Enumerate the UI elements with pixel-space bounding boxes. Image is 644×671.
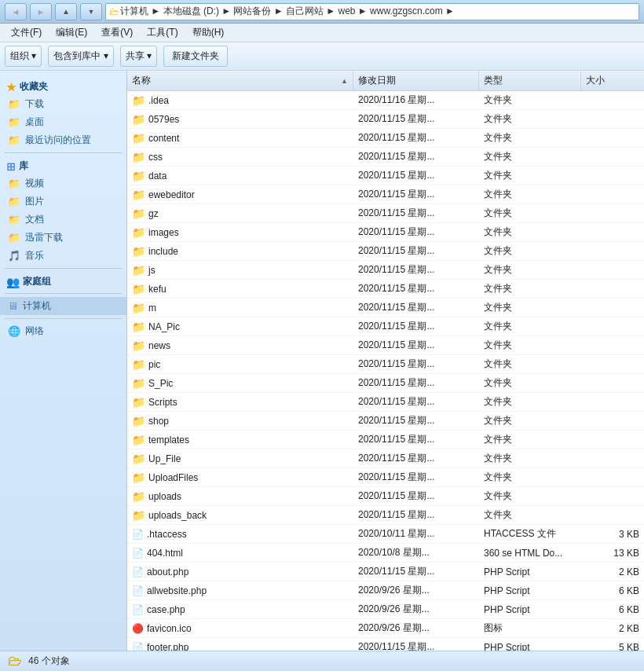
header-size[interactable]: 大小 [581, 71, 644, 90]
sidebar-item-computer[interactable]: 🖥 计算机 [0, 297, 126, 315]
sidebar-item-desktop[interactable]: 📁 桌面 [0, 113, 126, 131]
file-size [581, 431, 644, 449]
file-size [581, 242, 644, 260]
address-bar[interactable]: 🗁 计算机 ► 本地磁盘 (D:) ► 网站备份 ► 自己网站 ► web ► … [105, 3, 639, 20]
file-modified: 2020/11/15 星期... [353, 412, 479, 430]
header-modified[interactable]: 修改日期 [353, 71, 479, 90]
back-button[interactable]: ◄ [5, 3, 27, 20]
table-row[interactable]: 📁templates 2020/11/15 星期... 文件夹 [127, 431, 644, 449]
folder-icon: 📁 [132, 207, 145, 220]
table-row[interactable]: 📁images 2020/11/15 星期... 文件夹 [127, 223, 644, 242]
sidebar-item-recent[interactable]: 📁 最近访问的位置 [0, 131, 126, 149]
table-row[interactable]: 📁uploads_back 2020/11/15 星期... 文件夹 [127, 506, 644, 525]
menu-edit[interactable]: 编辑(E) [49, 24, 93, 41]
homegroup-icon: 👥 [6, 276, 20, 288]
file-size [581, 374, 644, 392]
organize-button[interactable]: 组织 ▾ [5, 46, 42, 67]
menu-tools[interactable]: 工具(T) [141, 24, 184, 41]
file-size [581, 468, 644, 486]
table-row[interactable]: 📁pic 2020/11/15 星期... 文件夹 [127, 355, 644, 374]
homegroup-label: 家庭组 [23, 275, 51, 288]
table-row[interactable]: 📄case.php 2020/9/26 星期... PHP Script 6 K… [127, 600, 644, 619]
folder-icon: 🗁 [109, 6, 119, 17]
computer-icon: 🖥 [8, 300, 18, 312]
table-row[interactable]: 📁css 2020/11/15 星期... 文件夹 [127, 148, 644, 167]
menu-view[interactable]: 查看(V) [95, 24, 139, 41]
folder-icon: 📁 [132, 302, 145, 314]
sidebar-item-video[interactable]: 📁 视频 [0, 174, 126, 192]
homegroup-header: 👥 家庭组 [0, 272, 126, 290]
table-row[interactable]: 🔴favicon.ico 2020/9/26 星期... 图标 2 KB [127, 619, 644, 638]
table-row[interactable]: 📄about.php 2020/11/15 星期... PHP Script 2… [127, 563, 644, 581]
file-name: 📁Scripts [127, 393, 353, 411]
favorites-label: 收藏夹 [20, 80, 48, 94]
table-row[interactable]: 📁ewebeditor 2020/11/15 星期... 文件夹 [127, 185, 644, 204]
table-row[interactable]: 📄.htaccess 2020/10/11 星期... HTACCESS 文件 … [127, 525, 644, 544]
table-row[interactable]: 📁S_Pic 2020/11/15 星期... 文件夹 [127, 374, 644, 393]
include-library-button[interactable]: 包含到库中 ▾ [48, 46, 113, 67]
share-button[interactable]: 共享 ▾ [120, 46, 157, 67]
new-folder-button[interactable]: 新建文件夹 [163, 46, 228, 67]
file-modified: 2020/11/15 星期... [353, 110, 479, 128]
sort-icon: ▲ [341, 77, 348, 85]
folder-icon: 📁 [8, 134, 20, 146]
sidebar-item-music[interactable]: 🎵 音乐 [0, 247, 126, 265]
folder-icon: 📁 [132, 283, 145, 295]
table-row[interactable]: 📁.idea 2020/11/16 星期... 文件夹 [127, 91, 644, 110]
table-row[interactable]: 📁NA_Pic 2020/11/15 星期... 文件夹 [127, 317, 644, 336]
sidebar-item-network[interactable]: 🌐 网络 [0, 322, 126, 340]
file-size [581, 91, 644, 109]
forward-button[interactable]: ► [30, 3, 52, 20]
table-row[interactable]: 📁data 2020/11/15 星期... 文件夹 [127, 167, 644, 185]
table-row[interactable]: 📁m 2020/11/15 星期... 文件夹 [127, 299, 644, 317]
table-row[interactable]: 📁0579es 2020/11/15 星期... 文件夹 [127, 110, 644, 129]
sidebar-item-pictures[interactable]: 📁 图片 [0, 192, 126, 211]
table-row[interactable]: 📄404.html 2020/10/8 星期... 360 se HTML Do… [127, 544, 644, 563]
folder-icon: 📁 [132, 264, 145, 277]
file-size: 2 KB [581, 563, 644, 581]
table-row[interactable]: 📁shop 2020/11/15 星期... 文件夹 [127, 412, 644, 431]
file-modified: 2020/11/15 星期... [353, 299, 479, 317]
folder-icon: 📁 [132, 339, 145, 352]
header-type[interactable]: 类型 [479, 71, 581, 90]
file-name: 📁content [127, 129, 353, 147]
sidebar-item-label: 音乐 [25, 249, 44, 262]
file-type: 文件夹 [479, 167, 581, 185]
menu-help[interactable]: 帮助(H) [186, 24, 231, 41]
sidebar-item-download[interactable]: 📁 下载 [0, 95, 126, 113]
homegroup-section: 👥 家庭组 [0, 272, 126, 290]
table-row[interactable]: 📁js 2020/11/15 星期... 文件夹 [127, 261, 644, 280]
dropdown-button[interactable]: ▼ [80, 3, 102, 20]
menu-file[interactable]: 文件(F) [5, 24, 48, 41]
table-row[interactable]: 📁gz 2020/11/15 星期... 文件夹 [127, 204, 644, 223]
table-row[interactable]: 📁uploads 2020/11/15 星期... 文件夹 [127, 487, 644, 506]
file-size [581, 336, 644, 354]
table-row[interactable]: 📁include 2020/11/15 星期... 文件夹 [127, 242, 644, 261]
table-row[interactable]: 📄footer.php 2020/11/15 星期... PHP Script … [127, 638, 644, 651]
table-row[interactable]: 📁content 2020/11/15 星期... 文件夹 [127, 129, 644, 148]
folder-icon: 📁 [132, 94, 145, 107]
table-row[interactable]: 📁UploadFiles 2020/11/15 星期... 文件夹 [127, 468, 644, 487]
sidebar-item-label: 桌面 [25, 116, 44, 129]
file-modified: 2020/11/16 星期... [353, 91, 479, 109]
table-row[interactable]: 📁kefu 2020/11/15 星期... 文件夹 [127, 280, 644, 299]
file-list-header: 名称 ▲ 修改日期 类型 大小 [127, 71, 644, 91]
file-name: 📁images [127, 223, 353, 241]
file-modified: 2020/11/15 星期... [353, 185, 479, 204]
table-row[interactable]: 📁news 2020/11/15 星期... 文件夹 [127, 336, 644, 355]
up-button[interactable]: ▲ [55, 3, 77, 20]
divider [5, 268, 122, 269]
folder-icon: 📁 [132, 471, 145, 484]
file-size [581, 412, 644, 430]
file-modified: 2020/11/15 星期... [353, 563, 479, 581]
table-row[interactable]: 📁Scripts 2020/11/15 星期... 文件夹 [127, 393, 644, 412]
table-row[interactable]: 📄allwebsite.php 2020/9/26 星期... PHP Scri… [127, 581, 644, 600]
file-pane: 名称 ▲ 修改日期 类型 大小 📁.idea 2020/11/16 星期... … [127, 71, 644, 651]
folder-icon: 📁 [132, 170, 145, 182]
table-row[interactable]: 📁Up_File 2020/11/15 星期... 文件夹 [127, 449, 644, 468]
header-name[interactable]: 名称 ▲ [127, 71, 353, 90]
file-name: 📁0579es [127, 110, 353, 128]
file-type: 文件夹 [479, 355, 581, 373]
sidebar-item-documents[interactable]: 📁 文档 [0, 211, 126, 229]
sidebar-item-xunlei[interactable]: 📁 迅雷下载 [0, 229, 126, 247]
